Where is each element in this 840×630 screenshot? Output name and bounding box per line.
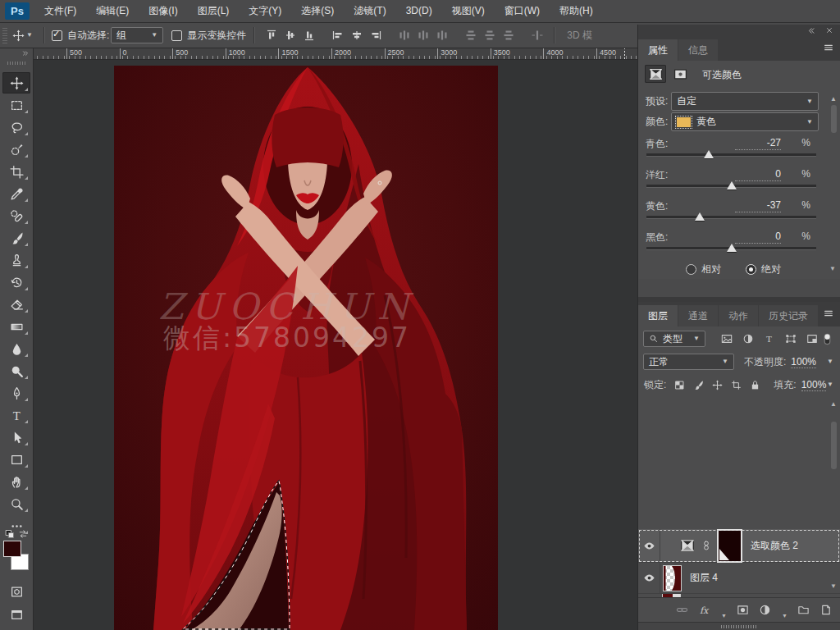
- preset-dropdown[interactable]: 自定 ▼: [671, 92, 819, 111]
- layer-mask-thumbnail[interactable]: [717, 529, 742, 563]
- tool-preset-picker[interactable]: ▼: [12, 30, 33, 42]
- menu-item-选择[interactable]: 选择(S): [291, 0, 344, 22]
- align-vertical-centers-icon[interactable]: [281, 27, 299, 43]
- opacity-value[interactable]: 100%: [791, 356, 816, 368]
- rectangle-shape-tool[interactable]: [2, 449, 30, 470]
- slider-track[interactable]: [646, 185, 816, 188]
- menu-item-编辑[interactable]: 编辑(E): [86, 0, 139, 22]
- filter-adjustment-layers-icon[interactable]: [738, 333, 757, 345]
- zoom-tool[interactable]: [2, 493, 30, 514]
- auto-select-target-dropdown[interactable]: 组 ▼: [111, 27, 163, 43]
- blur-tool[interactable]: [2, 338, 30, 359]
- filter-pixel-layers-icon[interactable]: [717, 333, 736, 345]
- layer-filter-toggle-icon[interactable]: [821, 333, 833, 345]
- type-tool[interactable]: T: [2, 404, 30, 426]
- new-group-icon[interactable]: [797, 604, 810, 616]
- slider-thumb[interactable]: [727, 181, 737, 189]
- hand-tool[interactable]: [2, 471, 30, 492]
- default-colors-icon[interactable]: [5, 529, 15, 539]
- options-bar-grip[interactable]: [2, 27, 7, 43]
- chevron-down-icon[interactable]: ▼: [827, 381, 833, 388]
- slider-value[interactable]: 0: [735, 168, 781, 181]
- swap-colors-icon[interactable]: [18, 529, 28, 539]
- path-selection-tool[interactable]: [2, 427, 30, 448]
- slider-track[interactable]: [646, 153, 816, 157]
- visibility-eye-icon[interactable]: [638, 529, 660, 562]
- adjustment-layer-icon[interactable]: [680, 538, 695, 553]
- add-layer-mask-icon[interactable]: [737, 604, 749, 616]
- document-canvas[interactable]: ZUOCHUN 微信:578094297: [114, 66, 498, 630]
- layer-thumbnail[interactable]: [663, 565, 682, 591]
- menu-item-视图[interactable]: 视图(V): [442, 0, 495, 22]
- lock-transparent-pixels-icon[interactable]: [670, 380, 688, 390]
- gradient-tool[interactable]: [2, 316, 30, 337]
- layer-row-选取颜色 2[interactable]: 选取颜色 2: [638, 529, 840, 563]
- move-tool[interactable]: [2, 72, 30, 94]
- filter-type-layers-icon[interactable]: T: [760, 333, 778, 345]
- panel-resize-handle[interactable]: [638, 622, 840, 630]
- scrollbar-up-icon[interactable]: ▲: [830, 95, 837, 103]
- foreground-color-swatch[interactable]: [3, 541, 21, 557]
- tab-属性[interactable]: 属性: [638, 39, 678, 61]
- chevron-down-icon[interactable]: ▼: [827, 358, 833, 365]
- layer-row-图层 4[interactable]: 图层 4: [638, 563, 840, 594]
- tab-历史记录[interactable]: 历史记录: [759, 305, 818, 326]
- align-bottom-edges-icon[interactable]: [299, 27, 318, 43]
- filter-smart-objects-icon[interactable]: [802, 333, 821, 345]
- dodge-tool[interactable]: [2, 360, 30, 381]
- mask-link-icon[interactable]: [701, 541, 711, 550]
- absolute-radio[interactable]: 绝对: [746, 262, 781, 276]
- layer-filter-type-dropdown[interactable]: 类型 ▼: [643, 331, 705, 347]
- eraser-tool[interactable]: [2, 294, 30, 315]
- lock-artboards-icon[interactable]: [727, 380, 745, 390]
- quick-mask-mode-icon[interactable]: [2, 581, 30, 602]
- blend-mode-dropdown[interactable]: 正常 ▼: [643, 354, 734, 370]
- pen-tool[interactable]: [2, 382, 30, 404]
- adjustment-mask-icon[interactable]: [669, 65, 691, 83]
- brush-tool[interactable]: [2, 227, 30, 249]
- rectangular-marquee-tool[interactable]: [2, 94, 30, 116]
- horizontal-ruler[interactable]: 5000500100015002000250030003500400045005…: [33, 48, 638, 60]
- collapse-toolbar-icon[interactable]: [0, 48, 33, 58]
- quick-selection-tool[interactable]: [2, 139, 30, 160]
- visibility-eye-icon[interactable]: [638, 563, 660, 593]
- eyedropper-tool[interactable]: [2, 183, 30, 204]
- scrollbar-up-icon[interactable]: ▲: [830, 400, 837, 408]
- history-brush-tool[interactable]: [2, 272, 30, 293]
- slider-value[interactable]: -37: [735, 199, 781, 212]
- menu-item-文件[interactable]: 文件(F): [34, 0, 86, 22]
- selective-color-adjustment-icon[interactable]: [645, 65, 666, 83]
- menu-item-帮助[interactable]: 帮助(H): [550, 0, 603, 22]
- new-adjustment-layer-icon[interactable]: [759, 604, 771, 616]
- screen-mode-icon[interactable]: [2, 604, 30, 625]
- relative-radio[interactable]: 相对: [686, 262, 721, 276]
- scroll-more-icon[interactable]: ▼: [829, 266, 836, 272]
- slider-thumb[interactable]: [695, 212, 705, 221]
- align-left-edges-icon[interactable]: [328, 27, 347, 43]
- align-horizontal-centers-icon[interactable]: [347, 27, 366, 43]
- menu-item-3D[interactable]: 3D(D): [396, 0, 442, 22]
- show-transform-checkbox[interactable]: [171, 30, 182, 41]
- lock-image-pixels-icon[interactable]: [689, 380, 707, 390]
- collapse-panels-icon[interactable]: [806, 26, 815, 35]
- menu-item-窗口[interactable]: 窗口(W): [495, 0, 550, 22]
- slider-thumb[interactable]: [704, 150, 714, 158]
- slider-track[interactable]: [646, 247, 816, 250]
- tab-图层[interactable]: 图层: [638, 305, 678, 326]
- lasso-tool[interactable]: [2, 116, 30, 138]
- auto-select-option[interactable]: 自动选择:: [52, 29, 109, 43]
- link-layers-icon[interactable]: [676, 604, 688, 616]
- slider-value[interactable]: 0: [735, 231, 781, 244]
- align-right-edges-icon[interactable]: [366, 27, 385, 43]
- layer-style-fx-icon[interactable]: fx: [698, 604, 710, 616]
- tab-通道[interactable]: 通道: [678, 305, 718, 326]
- menu-item-图层[interactable]: 图层(L): [188, 0, 240, 22]
- color-dropdown[interactable]: 黄色 ▼: [671, 112, 819, 131]
- align-top-edges-icon[interactable]: [262, 27, 281, 43]
- toolbar-grip[interactable]: [7, 62, 25, 65]
- panel-menu-icon[interactable]: [823, 42, 834, 53]
- slider-thumb[interactable]: [727, 244, 737, 252]
- absolute-radio-circle[interactable]: [746, 264, 756, 275]
- properties-scrollbar-thumb[interactable]: [831, 105, 837, 133]
- tab-动作[interactable]: 动作: [719, 305, 758, 326]
